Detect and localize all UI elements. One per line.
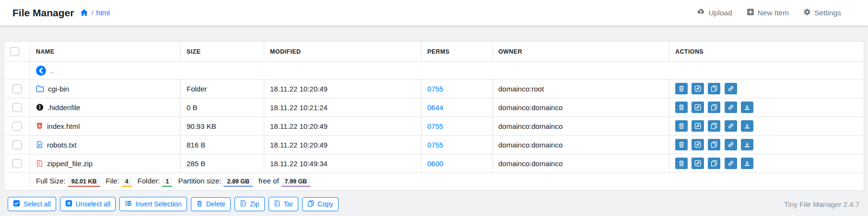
file-name-link[interactable]: cgi-bin xyxy=(36,85,175,93)
row-checkbox[interactable] xyxy=(12,122,22,131)
column-header-modified[interactable]: MODIFIED xyxy=(264,42,422,62)
partition-total-badge: 7.99 GB xyxy=(282,177,311,187)
row-checkbox[interactable] xyxy=(12,159,22,168)
link-button[interactable] xyxy=(725,158,737,169)
download-button[interactable] xyxy=(741,120,753,132)
file-owner: domainco:domainco xyxy=(493,154,669,173)
parent-directory-link[interactable]: .. xyxy=(36,66,858,76)
breadcrumb-path-link[interactable]: html xyxy=(96,9,110,17)
table-row: .hiddenfile 0 B 18.11.22 10:21:24 0644 d… xyxy=(4,98,864,117)
summary-row: Full Size:92.01 KBFile:4Folder:1Partitio… xyxy=(4,173,864,191)
file-size: 285 B xyxy=(181,154,264,173)
file-owner: domainco:domainco xyxy=(493,98,669,117)
column-header-name[interactable]: NAME xyxy=(30,42,181,62)
table-header-row: NAME SIZE MODIFIED PERMS OWNER ACTIONS xyxy=(4,42,864,62)
file-owner: domainco:root xyxy=(493,80,669,98)
link-button[interactable] xyxy=(725,120,737,132)
row-checkbox[interactable] xyxy=(12,140,22,149)
delete-button[interactable] xyxy=(675,83,688,94)
navbar-actions: Upload New Item Settings xyxy=(697,8,841,18)
unselect-all-button[interactable]: Unselect all xyxy=(60,197,116,211)
select-all-label: Select all xyxy=(23,200,51,208)
new-item-button[interactable]: New Item xyxy=(747,8,789,18)
table-row: 5 index.html 90.93 KB 18.11.22 10:20:49 … xyxy=(4,117,864,136)
cloud-upload-icon xyxy=(697,8,705,18)
check-square-icon xyxy=(13,200,20,208)
table-row: cgi-bin Folder 18.11.22 10:20:49 0755 do… xyxy=(4,80,864,98)
partition-free-badge: 2.89 GB xyxy=(223,177,253,187)
file-modified: 18.11.22 10:49:34 xyxy=(264,154,422,173)
tar-label: Tar xyxy=(284,200,293,208)
file-text-icon xyxy=(36,141,43,148)
app-title: File Manager xyxy=(12,7,74,19)
delete-button[interactable] xyxy=(675,139,688,150)
file-name: index.html xyxy=(47,122,80,130)
tar-button[interactable]: Tar xyxy=(269,197,298,211)
file-name: zipped_file.zip xyxy=(47,159,93,168)
copy-button[interactable] xyxy=(708,120,720,132)
home-icon[interactable] xyxy=(80,9,88,17)
delete-button[interactable] xyxy=(675,102,688,113)
copy-button[interactable] xyxy=(708,158,720,169)
file-name-link[interactable]: .hiddenfile xyxy=(36,103,175,112)
select-all-button[interactable]: Select all xyxy=(8,197,56,211)
svg-text:5: 5 xyxy=(38,124,41,128)
table-row: zipped_file.zip 285 B 18.11.22 10:49:34 … xyxy=(4,154,864,173)
copy-button[interactable] xyxy=(708,83,720,94)
copy-selected-button[interactable]: Copy xyxy=(302,197,339,211)
link-button[interactable] xyxy=(725,83,737,94)
file-modified: 18.11.22 10:20:49 xyxy=(264,80,422,98)
delete-button[interactable] xyxy=(675,158,688,169)
copy-label: Copy xyxy=(317,200,333,208)
column-header-size[interactable]: SIZE xyxy=(181,42,264,62)
download-button[interactable] xyxy=(741,102,753,113)
upload-button[interactable]: Upload xyxy=(697,8,732,18)
invert-selection-button[interactable]: Invert Selection xyxy=(119,197,187,211)
app-version-text: Tiny File Manager 2.4.7 xyxy=(784,200,859,208)
edit-button[interactable] xyxy=(692,102,704,113)
perms-link[interactable]: 0755 xyxy=(427,85,443,93)
perms-link[interactable]: 0755 xyxy=(427,122,443,130)
file-name-link[interactable]: zipped_file.zip xyxy=(36,159,175,168)
delete-selected-button[interactable]: Delete xyxy=(191,197,231,211)
column-header-perms: PERMS xyxy=(422,42,493,62)
settings-button[interactable]: Settings xyxy=(803,8,841,18)
x-square-icon xyxy=(65,200,72,208)
selection-actions-group: Select all Unselect all Invert Selection… xyxy=(8,197,342,211)
file-owner: domainco:domainco xyxy=(493,136,669,154)
file-name-link[interactable]: 5 index.html xyxy=(36,122,175,130)
file-name-link[interactable]: robots.txt xyxy=(36,141,175,149)
edit-button[interactable] xyxy=(692,120,704,132)
bottom-toolbar: Select all Unselect all Invert Selection… xyxy=(4,191,864,211)
file-size: 90.93 KB xyxy=(181,117,264,136)
copy-button[interactable] xyxy=(708,102,720,113)
full-size-badge: 92.01 KB xyxy=(68,177,100,187)
column-header-actions: ACTIONS xyxy=(669,42,864,62)
column-header-owner: OWNER xyxy=(493,42,669,62)
download-button[interactable] xyxy=(741,139,753,150)
invert-selection-label: Invert Selection xyxy=(135,200,182,208)
trash-icon xyxy=(196,200,203,208)
folder-icon xyxy=(36,85,44,93)
edit-button[interactable] xyxy=(692,139,704,150)
download-button[interactable] xyxy=(741,158,753,169)
zip-button[interactable]: Zip xyxy=(235,197,264,211)
file-name: robots.txt xyxy=(47,141,77,149)
link-button[interactable] xyxy=(725,102,737,113)
unselect-all-label: Unselect all xyxy=(76,200,110,208)
edit-button[interactable] xyxy=(692,158,704,169)
link-button[interactable] xyxy=(725,139,737,150)
info-circle-icon xyxy=(36,103,44,111)
perms-link[interactable]: 0600 xyxy=(427,159,443,168)
file-archive-icon xyxy=(274,200,281,208)
row-checkbox[interactable] xyxy=(12,84,22,93)
perms-link[interactable]: 0644 xyxy=(427,103,443,112)
perms-link[interactable]: 0755 xyxy=(427,141,443,149)
file-size: Folder xyxy=(181,80,264,98)
edit-button[interactable] xyxy=(692,83,704,94)
copy-button[interactable] xyxy=(708,139,720,150)
parent-directory-row: .. xyxy=(4,62,864,80)
select-all-checkbox[interactable] xyxy=(10,47,19,56)
row-checkbox[interactable] xyxy=(12,103,22,112)
delete-button[interactable] xyxy=(675,120,688,132)
